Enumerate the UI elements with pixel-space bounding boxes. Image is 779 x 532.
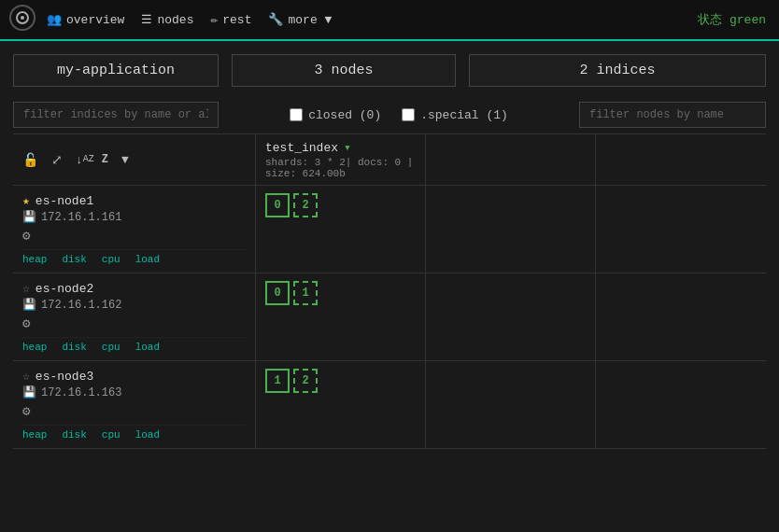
disk-icon: 💾 (22, 298, 36, 312)
lock-icon[interactable]: 🔓 (22, 152, 38, 168)
shard-replica[interactable]: 2 (293, 193, 318, 217)
node2-shard-cell: 0 1 (256, 273, 426, 360)
node-row: ☆ es-node3 💾 172.16.1.163 ⚙ heap disk cp… (13, 361, 766, 449)
settings-icon[interactable]: ⚙ (22, 403, 30, 419)
app-logo (9, 5, 35, 35)
special-checkbox-label[interactable]: .special (1) (402, 108, 508, 122)
node2-shard-cell-3 (596, 273, 766, 360)
grid-col-3 (596, 134, 766, 185)
node3-metrics: heap disk cpu load (22, 425, 246, 441)
indices-filter-input[interactable] (13, 102, 219, 128)
star-icon[interactable]: ☆ (22, 369, 30, 384)
node3-shard-cell-2 (426, 361, 596, 448)
dropdown-icon[interactable]: ▼ (121, 153, 129, 167)
cluster-status: 状态 green (698, 11, 766, 28)
sort-az-icon[interactable]: ↓AZ (76, 153, 94, 167)
indices-count-box: 2 indices (469, 54, 766, 87)
grid-col-2 (426, 134, 596, 185)
node1-shard-cell: 0 2 (256, 186, 426, 273)
star-icon[interactable]: ★ (22, 193, 30, 208)
grid-header-row: 🔓 ⤢ ↓AZ Z ▼ test_index ▾ shards: 3 * 2| … (13, 134, 766, 186)
expand-icon[interactable]: ⤢ (51, 152, 63, 168)
main-grid: 🔓 ⤢ ↓AZ Z ▼ test_index ▾ shards: 3 * 2| … (13, 133, 766, 449)
shard-replica[interactable]: 1 (293, 281, 318, 305)
summary-row: my-application 3 nodes 2 indices (0, 41, 779, 96)
filter-row: closed (0) .special (1) (0, 96, 779, 133)
index-dropdown-arrow[interactable]: ▾ (344, 140, 351, 155)
grid-controls: 🔓 ⤢ ↓AZ Z ▼ (13, 134, 256, 185)
node-row: ★ es-node1 💾 172.16.1.161 ⚙ heap disk cp… (13, 186, 766, 273)
shard-primary[interactable]: 0 (265, 281, 290, 305)
node1-metrics: heap disk cpu load (22, 249, 246, 265)
nodes-filter-input[interactable] (579, 102, 766, 128)
disk-icon: 💾 (22, 385, 36, 399)
nav-nodes[interactable]: ☰ nodes (141, 12, 193, 27)
nav-more[interactable]: 🔧 more ▼ (268, 12, 332, 27)
special-checkbox[interactable] (402, 108, 415, 121)
star-icon[interactable]: ☆ (22, 281, 30, 296)
rest-icon: ✏️ (210, 12, 218, 27)
more-icon: 🔧 (268, 12, 283, 27)
shard-primary[interactable]: 0 (265, 193, 290, 217)
node1-shard-cell-2 (426, 186, 596, 273)
node2-metrics: heap disk cpu load (22, 337, 246, 353)
settings-icon[interactable]: ⚙ (22, 228, 30, 244)
closed-checkbox-label[interactable]: closed (0) (290, 108, 381, 122)
node3-shard-cell-3 (596, 361, 766, 448)
nav-rest[interactable]: ✏️ rest (210, 12, 251, 27)
node3-info: ☆ es-node3 💾 172.16.1.163 ⚙ heap disk cp… (13, 361, 256, 448)
node2-info: ☆ es-node2 💾 172.16.1.162 ⚙ heap disk cp… (13, 273, 256, 360)
nodes-icon: ☰ (141, 12, 152, 27)
filter-checkboxes: closed (0) .special (1) (234, 108, 564, 122)
disk-icon: 💾 (22, 210, 36, 224)
settings-icon[interactable]: ⚙ (22, 315, 30, 331)
node2-shard-cell-2 (426, 273, 596, 360)
closed-checkbox[interactable] (290, 108, 303, 121)
app-header: 👥 overview ☰ nodes ✏️ rest 🔧 more ▼ 状态 g… (0, 0, 779, 41)
nodes-count-box: 3 nodes (232, 54, 456, 87)
overview-icon: 👥 (47, 12, 62, 27)
node1-shard-cell-3 (596, 186, 766, 273)
shard-primary[interactable]: 1 (265, 369, 290, 393)
svg-point-2 (21, 16, 24, 20)
shard-replica[interactable]: 2 (293, 369, 318, 393)
node-row: ☆ es-node2 💾 172.16.1.162 ⚙ heap disk cp… (13, 273, 766, 361)
node1-info: ★ es-node1 💾 172.16.1.161 ⚙ heap disk cp… (13, 186, 256, 273)
index-header: test_index ▾ shards: 3 * 2| docs: 0 | si… (256, 134, 426, 185)
nav-overview[interactable]: 👥 overview (47, 12, 124, 27)
app-name-box: my-application (13, 54, 219, 87)
node3-shard-cell: 1 2 (256, 361, 426, 448)
